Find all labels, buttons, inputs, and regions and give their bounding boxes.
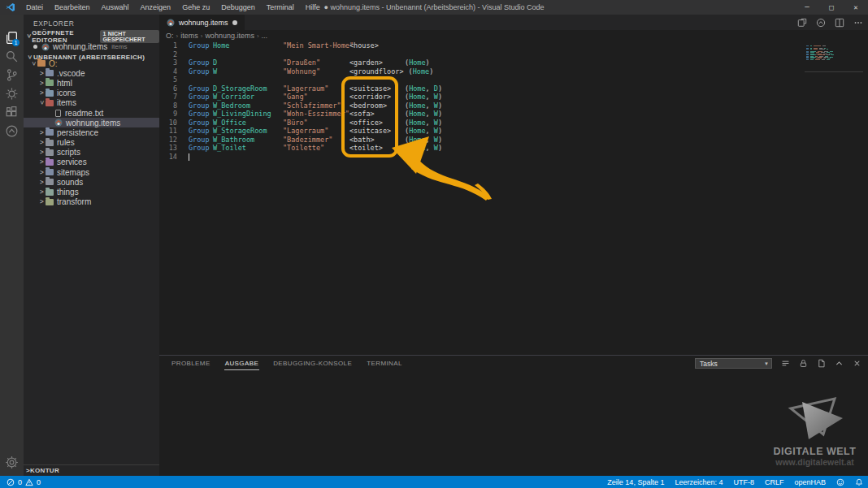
code-editor[interactable]: 1GroupHome"Mein Smart-Home"<house>23Grou…	[159, 41, 868, 369]
source-control-icon[interactable]	[5, 68, 19, 82]
openhab-view-icon[interactable]	[5, 124, 19, 138]
minimap-token	[830, 57, 833, 58]
code-line[interactable]: 5	[159, 76, 868, 84]
token-groups: (Home)	[405, 58, 430, 67]
token-item-name: W_StorageRoom	[213, 127, 283, 136]
lock-scroll-icon[interactable]	[799, 359, 808, 368]
breadcrumb-item--[interactable]: ...	[262, 32, 268, 40]
code-line[interactable]: 7GroupW_Corridor"Gang"<corridor>(Home, W…	[159, 93, 868, 101]
status-crlf[interactable]: CRLF	[765, 478, 784, 486]
token-keyword: Group	[189, 58, 213, 67]
notifications-bell-icon[interactable]	[855, 478, 863, 486]
menu-datei[interactable]: Datei	[20, 3, 49, 11]
code-line[interactable]: 4GroupW"Wohnung"<groundfloor>(Home)	[159, 67, 868, 76]
minimap-token	[830, 51, 833, 52]
minimize-button[interactable]: ─	[795, 0, 819, 15]
tab-wohnung-items[interactable]: wohnung.items	[159, 15, 245, 30]
search-icon[interactable]	[5, 50, 19, 63]
chevron-right-icon: >	[38, 179, 46, 186]
line-number: 11	[159, 127, 177, 136]
status-utf-8[interactable]: UTF-8	[733, 478, 754, 486]
tree-item-things[interactable]: >things	[24, 187, 159, 196]
close-panel-icon[interactable]	[853, 359, 861, 368]
token-item-name: W_Toilet	[213, 144, 283, 153]
tree-item-persistence[interactable]: >persistence	[24, 127, 159, 137]
minimap-token	[815, 59, 820, 60]
minimap-token	[806, 45, 809, 46]
code-line[interactable]: 11GroupW_StorageRoom"Lagerraum"<suitcase…	[159, 127, 868, 136]
menu-anzeigen[interactable]: Anzeigen	[135, 3, 177, 11]
tree-item-rules[interactable]: >rules	[24, 138, 159, 148]
minimap-token	[827, 49, 828, 50]
tree-item-sounds[interactable]: >sounds	[24, 177, 159, 187]
close-button[interactable]: ✕	[844, 0, 868, 15]
settings-gear-icon[interactable]	[5, 456, 19, 469]
token-groups: (Home, W)	[405, 93, 442, 101]
status-leerzeichen-4[interactable]: Leerzeichen: 4	[675, 478, 723, 486]
folder-icon	[46, 199, 54, 205]
open-preview-icon[interactable]	[797, 18, 807, 28]
status-zeile-14-spalte-1[interactable]: Zeile 14, Spalte 1	[607, 478, 664, 486]
maximize-panel-icon[interactable]	[835, 359, 844, 368]
problems-status[interactable]: 0 0	[0, 478, 41, 486]
code-line[interactable]: 3GroupD"Draußen"<garden>(Home)	[159, 58, 868, 67]
open-editors-section[interactable]: > GEÖFFNETE EDITOREN 1 NICHT GESPEICHERT	[24, 31, 159, 41]
code-line[interactable]: 10GroupW_Office"Büro"<office>(Home, W)	[159, 119, 868, 127]
tree-item-scripts[interactable]: >scripts	[24, 148, 159, 158]
menu-bearbeiten[interactable]: Bearbeiten	[49, 3, 96, 11]
menu-debuggen[interactable]: Debuggen	[215, 3, 261, 11]
folder-icon	[46, 189, 54, 196]
split-editor-icon[interactable]	[835, 18, 844, 28]
open-editor-item[interactable]: wohnung.items items	[24, 41, 159, 52]
tree-item-icons[interactable]: >icons	[24, 89, 159, 98]
tree-item-transform[interactable]: >transform	[24, 197, 159, 207]
panel-tab-ausgabe[interactable]: AUSGABE	[224, 357, 259, 370]
clear-output-icon[interactable]	[781, 359, 790, 368]
token-keyword: Group	[189, 93, 213, 101]
tree-item-readme-txt[interactable]: readme.txt	[24, 108, 159, 118]
panel-tab-terminal[interactable]: TERMINAL	[366, 357, 403, 370]
more-actions-icon[interactable]	[853, 18, 863, 28]
debug-icon[interactable]	[5, 87, 19, 101]
code-line[interactable]: 13GroupW_Toilet"Toilette"<toilet>(Home, …	[159, 144, 868, 153]
menu-auswahl[interactable]: Auswahl	[96, 3, 135, 11]
panel-tab-probleme[interactable]: PROBLEME	[171, 357, 211, 370]
code-line[interactable]: 6GroupD_StorageRoom"Lagerraum"<suitcase>…	[159, 84, 868, 93]
feedback-smiley-icon[interactable]	[836, 478, 844, 486]
breadcrumb-item-o-[interactable]: O:	[166, 32, 174, 40]
open-log-icon[interactable]	[817, 359, 826, 368]
chevron-right-icon: >	[38, 198, 46, 205]
panel-tab-debugging-konsole[interactable]: DEBUGGING-KONSOLE	[272, 357, 353, 370]
maximize-button[interactable]: □	[819, 0, 844, 15]
extensions-icon[interactable]	[5, 106, 19, 119]
status-openhab[interactable]: openHAB	[794, 478, 826, 486]
token-keyword: Group	[189, 136, 213, 145]
breadcrumb-item-wohnung-items[interactable]: wohnung.items	[205, 32, 254, 40]
output-channel-select[interactable]: Tasks ▼	[695, 358, 772, 369]
tree-item-html[interactable]: >html	[24, 78, 159, 88]
code-line[interactable]: 12GroupW_Bathroom"Badezimmer"<bath>(Home…	[159, 136, 868, 145]
code-line[interactable]: 9GroupW_LivingDining"Wohn-Esszimmer"<sof…	[159, 110, 868, 119]
token-icon-tag: <garden>	[349, 58, 400, 67]
breadcrumb-item-items[interactable]: items	[180, 32, 198, 40]
minimap[interactable]	[806, 45, 860, 61]
tree-item-sitemaps[interactable]: >sitemaps	[24, 167, 159, 177]
panel-actions: Tasks ▼	[695, 358, 861, 369]
openhab-file-icon	[54, 119, 63, 127]
menu-hilfe[interactable]: Hilfe	[300, 3, 326, 11]
code-line[interactable]: 14	[159, 153, 868, 162]
tree-item-wohnung-items[interactable]: wohnung.items	[24, 118, 159, 127]
tree-item-items[interactable]: >items	[24, 98, 159, 108]
breadcrumb[interactable]: O:›items›wohnung.items›...	[159, 30, 868, 41]
code-line[interactable]: 2	[159, 50, 868, 59]
tree-item-services[interactable]: >services	[24, 158, 159, 167]
code-line[interactable]: 8GroupW_Bedroom"Schlafzimmer"<bedroom>(H…	[159, 101, 868, 110]
menu-gehe-zu[interactable]: Gehe zu	[176, 3, 215, 11]
openhab-preview-icon[interactable]	[816, 18, 826, 28]
tree-item--vscode[interactable]: >.vscode	[24, 68, 159, 78]
menu-terminal[interactable]: Terminal	[261, 3, 300, 11]
outline-section[interactable]: > KONTUR	[24, 464, 159, 476]
code-line[interactable]: 1GroupHome"Mein Smart-Home"<house>	[159, 41, 868, 50]
tree-item-o-[interactable]: >O:	[24, 58, 159, 68]
tree-item-label: readme.txt	[65, 109, 103, 118]
